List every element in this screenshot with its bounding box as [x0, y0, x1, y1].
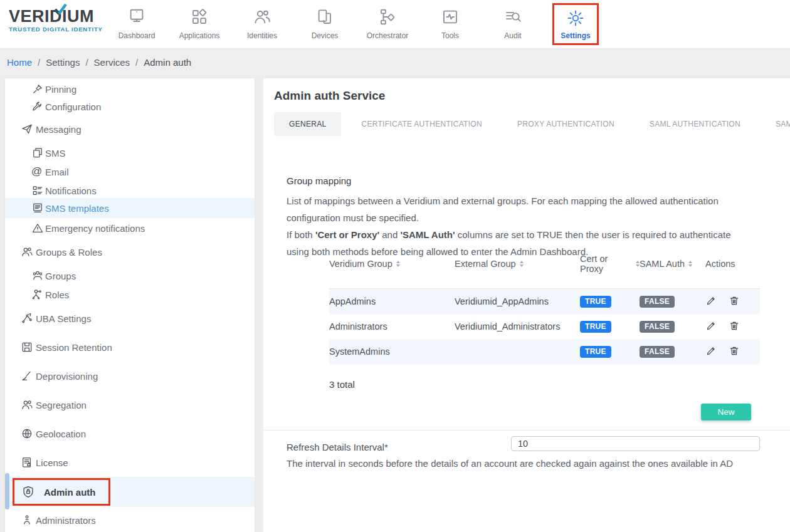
sidebar-item-label: Segregation	[36, 400, 87, 410]
column-header-cert-or-proxy[interactable]: Cert or Proxy	[580, 254, 640, 274]
tools-icon	[441, 8, 460, 26]
status-badge: TRUE	[580, 321, 611, 333]
status-badge: FALSE	[640, 321, 675, 333]
group-mapping-table: Veridium Group External Group Cert or Pr…	[329, 255, 760, 390]
trash-icon	[729, 320, 740, 331]
settings-annotation-box: Settings	[552, 3, 598, 45]
nav-label: Applications	[179, 31, 220, 40]
nav-item-devices[interactable]: Devices	[293, 0, 356, 49]
sidebar-item-groups[interactable]: Groups	[5, 266, 255, 285]
cell-veridium-group: SystemAdmins	[329, 347, 455, 357]
sidebar-item-uba-settings[interactable]: UBA Settings	[5, 309, 255, 328]
nav-label: Devices	[312, 31, 339, 40]
nav-item-audit[interactable]: Audit	[482, 0, 544, 49]
shield-lock-icon	[21, 485, 35, 499]
sidebar-item-emergency-notifications[interactable]: Emergency notifications	[5, 219, 255, 237]
breadcrumb-settings[interactable]: Settings	[46, 57, 80, 68]
new-button[interactable]: New	[701, 404, 751, 420]
group-mapping-section: Group mapping List of mappings between a…	[287, 172, 756, 260]
nav-item-dashboard[interactable]: Dashboard	[105, 0, 168, 49]
sidebar-item-notifications[interactable]: Notifications	[5, 181, 255, 200]
sidebar-item-sms[interactable]: SMS	[5, 143, 255, 162]
sidebar-item-label: Pinning	[45, 84, 76, 95]
paper-plane-icon	[21, 123, 33, 135]
nav-label: Orchestrator	[367, 31, 409, 40]
pin-icon	[31, 83, 44, 95]
nav-label: Audit	[504, 31, 521, 40]
audit-icon	[503, 8, 522, 26]
column-label: Cert or Proxy	[580, 254, 632, 274]
cell-veridium-group: AppAdmins	[329, 296, 455, 306]
sidebar-item-label: Administrators	[36, 515, 96, 526]
sidebar-item-configuration[interactable]: Configuration	[5, 97, 255, 116]
sidebar-item-administrators[interactable]: Administrators	[5, 511, 255, 529]
sidebar-item-roles[interactable]: Roles	[5, 285, 255, 304]
breadcrumb-home[interactable]: Home	[7, 57, 32, 68]
table-row: Administrators Veridiumid_Administrators…	[329, 314, 760, 339]
sidebar-item-admin-auth[interactable]: Admin auth	[5, 477, 255, 507]
sidebar-item-label: Groups & Roles	[36, 247, 102, 258]
sidebar-item-label: Groups	[45, 271, 76, 281]
sidebar-item-segregation[interactable]: Segregation	[5, 395, 255, 414]
column-header-saml-auth[interactable]: SAML Auth	[640, 259, 705, 269]
sidebar-item-label: License	[36, 457, 68, 468]
breadcrumb-services[interactable]: Services	[94, 57, 130, 68]
license-icon	[21, 456, 33, 469]
cell-veridium-group: Administrators	[329, 321, 455, 331]
sidebar-item-license[interactable]: License	[5, 453, 255, 472]
sidebar-item-groups-roles[interactable]: Groups & Roles	[5, 243, 255, 261]
trash-icon	[729, 295, 740, 306]
nav-item-identities[interactable]: Identities	[231, 0, 293, 49]
sidebar-item-label: Emergency notifications	[45, 223, 145, 234]
edit-button[interactable]	[705, 345, 717, 358]
delete-button[interactable]	[729, 320, 740, 333]
nav-item-settings[interactable]: Settings	[544, 0, 607, 49]
column-header-veridium-group[interactable]: Veridium Group	[329, 259, 455, 269]
column-label: External Group	[455, 259, 516, 269]
nav-item-tools[interactable]: Tools	[419, 0, 482, 49]
tab-saml-keys[interactable]: SAML KE	[761, 112, 790, 136]
group-mapping-heading: Group mapping	[287, 172, 756, 189]
table-body: AppAdmins Veridiumid_AppAdmins TRUE FALS…	[329, 288, 760, 364]
page-title: Admin auth Service	[274, 89, 385, 103]
save-icon	[21, 341, 33, 353]
tab-general[interactable]: GENERAL	[274, 112, 341, 136]
main-content-panel: Admin auth Service GENERAL CERTIFICATE A…	[263, 78, 790, 532]
column-label: Actions	[705, 259, 735, 269]
tab-proxy-authentication[interactable]: PROXY AUTHENTICATION	[502, 112, 629, 136]
nav-item-applications[interactable]: Applications	[168, 0, 231, 49]
brand-checkmark-icon	[53, 3, 68, 16]
tab-saml-authentication[interactable]: SAML AUTHENTICATION	[635, 112, 756, 136]
group-mapping-description-1: List of mappings between a Veridium and …	[287, 192, 756, 226]
sidebar-item-geolocation[interactable]: Geolocation	[5, 424, 255, 443]
delete-button[interactable]	[729, 295, 740, 308]
document-icon	[31, 202, 44, 214]
sidebar-item-messaging[interactable]: Messaging	[5, 120, 255, 138]
person-icon	[21, 514, 33, 526]
brand-logo[interactable]: VERIDIUM TRUSTED DIGITAL IDENTITY	[9, 8, 103, 33]
sidebar-item-label: Configuration	[45, 102, 101, 112]
edit-button[interactable]	[705, 320, 717, 333]
sidebar-item-session-retention[interactable]: Session Retention	[5, 338, 255, 357]
dashboard-icon	[127, 8, 146, 26]
warning-icon	[31, 222, 44, 234]
sidebar-item-pinning[interactable]: Pinning	[5, 80, 255, 98]
tab-certificate-authentication[interactable]: CERTIFICATE AUTHENTICATION	[346, 112, 497, 136]
wrench-icon	[31, 100, 44, 113]
table-row: AppAdmins Veridiumid_AppAdmins TRUE FALS…	[329, 289, 760, 314]
delete-button[interactable]	[729, 345, 740, 358]
sidebar-scrollbar-thumb[interactable]	[5, 473, 9, 509]
sidebar-item-deprovisioning[interactable]: Deprovisioning	[5, 367, 255, 385]
sort-icon	[396, 261, 400, 267]
sidebar-item-label: Admin auth	[44, 487, 96, 498]
breadcrumb-separator: /	[85, 57, 88, 68]
nav-item-orchestrator[interactable]: Orchestrator	[356, 0, 419, 49]
column-header-external-group[interactable]: External Group	[455, 259, 580, 269]
globe-icon	[21, 427, 33, 440]
edit-button[interactable]	[705, 295, 717, 308]
sidebar-item-sms-templates[interactable]: SMS templates	[5, 198, 255, 218]
sidebar-item-email[interactable]: @ Email	[5, 162, 255, 181]
refresh-interval-input[interactable]	[511, 436, 760, 451]
breadcrumb-separator: /	[135, 57, 138, 68]
share-icon	[21, 312, 33, 325]
